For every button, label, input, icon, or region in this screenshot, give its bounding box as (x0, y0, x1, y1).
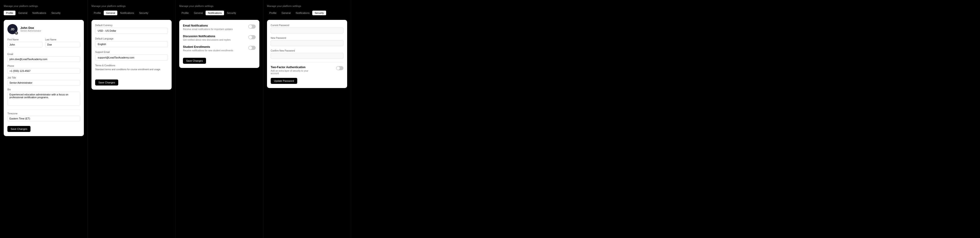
tab-notifications-3[interactable]: Notifications (205, 11, 224, 15)
tab-general-2[interactable]: General (104, 11, 117, 15)
last-name-input[interactable] (45, 42, 80, 47)
phone-input[interactable] (7, 68, 80, 74)
email-group: Email (7, 53, 80, 62)
profile-card: JD ✎ John Doe Senior Administrator First… (4, 20, 84, 136)
confirm-password-input[interactable] (271, 53, 344, 59)
bio-label: Bio (7, 88, 80, 91)
confirm-password-label: Confirm New Password (271, 50, 344, 52)
tfa-title: Two-Factor Authentication (271, 65, 317, 69)
terms-text: Standard terms and conditions for course… (95, 68, 168, 71)
tab-bar-3: Profile General Notifications Security (179, 11, 259, 15)
manage-title-2: Manage your platform settings (91, 5, 172, 7)
phone-group: Phone (7, 65, 80, 74)
tab-security-2[interactable]: Security (137, 11, 151, 15)
discussion-notif-desc: Get notified about new discussions and r… (183, 38, 231, 41)
notifications-panel: Manage your platform settings Profile Ge… (175, 0, 263, 238)
new-password-field: New Password (271, 37, 344, 46)
divider-1 (7, 109, 80, 110)
tab-security-1[interactable]: Security (49, 11, 63, 15)
confirm-password-field: Confirm New Password (271, 50, 344, 59)
discussion-notif-info: Discussion Notifications Get notified ab… (183, 35, 231, 41)
enrollment-notif-info: Student Enrollments Receive notification… (183, 45, 233, 52)
bio-group: Bio Experienced education administrator … (7, 88, 80, 107)
tab-notifications-2[interactable]: Notifications (118, 11, 136, 15)
tab-notifications-4[interactable]: Notifications (293, 11, 312, 15)
terms-section: Terms & Conditions Standard terms and co… (95, 64, 168, 71)
tab-general-4[interactable]: General (279, 11, 293, 15)
tab-general-3[interactable]: General (191, 11, 205, 15)
notifications-save-button[interactable]: Save Changes (183, 58, 206, 64)
discussion-notif-title: Discussion Notifications (183, 35, 231, 38)
enrollment-notif-toggle-knob (249, 46, 252, 50)
notifications-card: Email Notifications Receive email notifi… (179, 20, 259, 68)
security-panel: Manage your platform settings Profile Ge… (263, 0, 351, 238)
update-password-button[interactable]: Update Password (271, 78, 297, 84)
last-name-group: Last Name (45, 38, 80, 47)
manage-title-1: Manage your platform settings (4, 5, 84, 7)
email-notif-toggle-knob (249, 25, 252, 28)
language-value: English (95, 41, 168, 47)
currency-label: Default Currency (95, 24, 168, 27)
general-panel: Manage your platform settings Profile Ge… (88, 0, 175, 238)
support-email-value: support@LeadTaxAcademy.com (95, 54, 168, 61)
tab-profile-1[interactable]: Profile (4, 11, 16, 15)
first-name-label: First Name (7, 38, 43, 41)
email-label: Email (7, 53, 80, 56)
manage-title-4: Manage your platform settings (267, 5, 347, 7)
email-notif-toggle[interactable] (248, 24, 256, 29)
currency-section: Default Currency USD - US Dollar (95, 24, 168, 34)
name-row: First Name Last Name (7, 38, 80, 50)
job-title-label: Job Title (7, 77, 80, 79)
tab-general-1[interactable]: General (16, 11, 30, 15)
tab-bar-4: Profile General Notifications Security (267, 11, 347, 15)
current-password-label: Current Password (271, 24, 344, 27)
tab-security-4[interactable]: Security (312, 11, 326, 15)
last-name-label: Last Name (45, 38, 80, 41)
enrollment-notif-item: Student Enrollments Receive notification… (183, 45, 256, 52)
phone-label: Phone (7, 65, 80, 67)
tfa-section: Two-Factor Authentication Add an extra l… (271, 62, 344, 75)
email-notif-item: Email Notifications Receive email notifi… (183, 24, 256, 30)
email-input[interactable] (7, 56, 80, 62)
user-role: Senior Administrator (20, 30, 41, 32)
avatar-edit-icon[interactable]: ✎ (15, 32, 18, 35)
general-card: Default Currency USD - US Dollar Default… (91, 20, 172, 89)
general-save-button[interactable]: Save Changes (95, 80, 118, 86)
tab-profile-3[interactable]: Profile (179, 11, 191, 15)
email-notif-desc: Receive email notifications for importan… (183, 28, 233, 30)
tab-bar-2: Profile General Notifications Security (91, 11, 172, 15)
bio-textarea[interactable]: Experienced education administrator with… (7, 92, 80, 105)
support-email-section: Support Email support@LeadTaxAcademy.com (95, 51, 168, 61)
enrollment-notif-toggle[interactable] (248, 46, 256, 50)
email-notif-info: Email Notifications Receive email notifi… (183, 24, 233, 30)
tfa-desc: Add an extra layer of security to your a… (271, 70, 317, 75)
email-notif-title: Email Notifications (183, 24, 233, 27)
discussion-notif-item: Discussion Notifications Get notified ab… (183, 35, 256, 41)
tfa-toggle-knob (337, 67, 340, 70)
discussion-notif-toggle[interactable] (248, 35, 256, 39)
tfa-toggle[interactable] (336, 66, 344, 70)
tab-profile-2[interactable]: Profile (91, 11, 103, 15)
new-password-input[interactable] (271, 40, 344, 46)
avatar-info: John Doe Senior Administrator (20, 26, 41, 32)
first-name-input[interactable] (7, 42, 43, 47)
avatar-section: JD ✎ John Doe Senior Administrator (7, 24, 80, 34)
job-title-input[interactable] (7, 80, 80, 86)
manage-title-3: Manage your platform settings (179, 5, 259, 7)
avatar[interactable]: JD ✎ (7, 24, 18, 34)
language-section: Default Language English (95, 37, 168, 47)
discussion-notif-toggle-knob (249, 35, 252, 39)
timezone-input[interactable] (7, 116, 80, 121)
tab-notifications-1[interactable]: Notifications (30, 11, 48, 15)
tab-profile-4[interactable]: Profile (267, 11, 279, 15)
tab-bar-1: Profile General Notifications Security (4, 11, 84, 15)
user-name: John Doe (20, 26, 41, 30)
terms-label: Terms & Conditions (95, 64, 168, 67)
first-name-group: First Name (7, 38, 43, 47)
profile-save-button[interactable]: Save Changes (7, 126, 30, 132)
enrollment-notif-desc: Receive notifications for new student en… (183, 49, 233, 52)
timezone-group: Timezone (7, 112, 80, 121)
tab-security-3[interactable]: Security (224, 11, 239, 15)
current-password-input[interactable] (271, 27, 344, 34)
profile-panel: Manage your platform settings Profile Ge… (0, 0, 88, 238)
